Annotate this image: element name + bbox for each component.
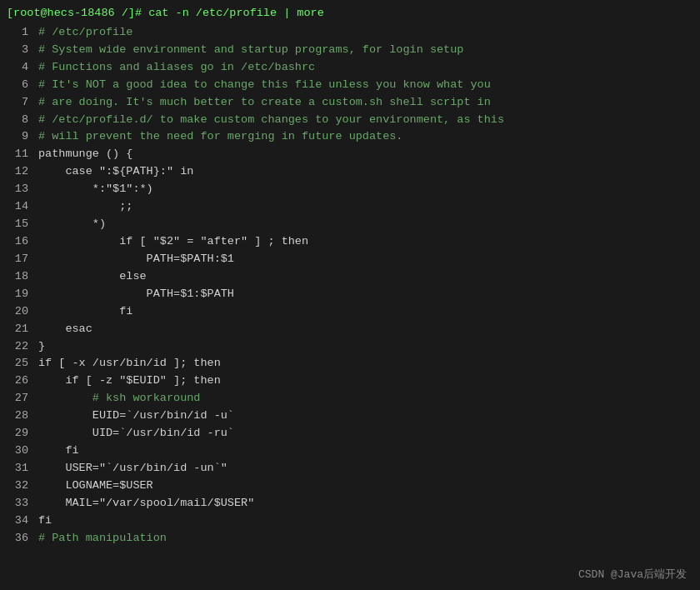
line-content: ;; [38,198,132,216]
line-number: 19 [7,286,38,303]
line-number: 28 [7,408,38,425]
line-content: } [38,338,45,356]
code-line: 31 USER="`/usr/bin/id -un`" [0,460,700,478]
line-number: 29 [7,425,38,442]
line-content: # /etc/profile [38,24,132,42]
line-content: esac [38,321,92,338]
line-content: *:"$1":*) [38,181,153,198]
line-content: case ":${PATH}:" in [38,163,193,181]
code-line: 19 PATH=$1:$PATH [0,286,700,303]
line-content: *) [38,216,106,233]
line-number: 20 [7,303,38,321]
code-line: 27 # ksh workaround [0,390,700,408]
line-content: # ksh workaround [38,390,200,408]
line-number: 34 [7,512,38,530]
line-number: 12 [7,163,38,181]
watermark: CSDN @Java后端开发 [578,567,687,582]
code-line: 34fi [0,512,700,530]
line-content: if [ -z "$EUID" ]; then [38,372,221,390]
code-line: 7# are doing. It's much better to create… [0,94,700,112]
line-number: 4 [7,59,38,77]
code-line: 9# will prevent the need for merging in … [0,128,700,146]
line-content: if [ "$2" = "after" ] ; then [38,233,308,251]
prompt: [root@hecs-18486 /]# cat -n /etc/profile… [7,7,324,19]
line-number: 30 [7,442,38,460]
line-number: 9 [7,128,38,146]
code-line: 32 LOGNAME=$USER [0,478,700,495]
line-number: 31 [7,460,38,478]
code-line: 17 PATH=$PATH:$1 [0,251,700,268]
terminal-window: [root@hecs-18486 /]# cat -n /etc/profile… [0,0,700,590]
line-content: # /etc/profile.d/ to make custom changes… [38,112,504,129]
line-content: EUID=`/usr/bin/id -u` [38,408,234,425]
line-content: fi [38,442,79,460]
line-number: 36 [7,530,38,548]
code-line: 29 UID=`/usr/bin/id -ru` [0,425,700,442]
line-content: # It's NOT a good idea to change this fi… [38,77,491,94]
line-content: # will prevent the need for merging in f… [38,128,402,146]
code-line: 16 if [ "$2" = "after" ] ; then [0,233,700,251]
line-content: PATH=$PATH:$1 [38,251,234,268]
code-output: 1# /etc/profile3# System wide environmen… [0,24,700,548]
command-line: [root@hecs-18486 /]# cat -n /etc/profile… [0,3,700,24]
line-content: USER="`/usr/bin/id -un`" [38,460,228,478]
line-number: 32 [7,478,38,495]
code-line: 26 if [ -z "$EUID" ]; then [0,372,700,390]
code-line: 30 fi [0,442,700,460]
line-number: 33 [7,495,38,512]
line-content: fi [38,303,132,321]
line-content: pathmunge () { [38,146,132,163]
line-number: 17 [7,251,38,268]
code-line: 36# Path manipulation [0,530,700,548]
code-line: 22} [0,338,700,356]
code-line: 21 esac [0,321,700,338]
code-line: 14 ;; [0,198,700,216]
line-number: 21 [7,321,38,338]
line-content: if [ -x /usr/bin/id ]; then [38,355,221,372]
line-number: 27 [7,390,38,408]
line-number: 6 [7,77,38,94]
line-content: LOGNAME=$USER [38,478,153,495]
line-content: # Functions and aliases go in /etc/bashr… [38,59,315,77]
code-line: 15 *) [0,216,700,233]
line-number: 16 [7,233,38,251]
line-content: fi [38,512,52,530]
code-line: 33 MAIL="/var/spool/mail/$USER" [0,495,700,512]
code-line: 3# System wide environment and startup p… [0,42,700,59]
line-content: # Path manipulation [38,530,167,548]
line-content: else [38,268,147,286]
code-line: 13 *:"$1":*) [0,181,700,198]
line-number: 15 [7,216,38,233]
line-content: PATH=$1:$PATH [38,286,234,303]
code-line: 25if [ -x /usr/bin/id ]; then [0,355,700,372]
line-number: 7 [7,94,38,112]
line-number: 26 [7,372,38,390]
line-number: 8 [7,112,38,129]
code-line: 18 else [0,268,700,286]
line-number: 25 [7,355,38,372]
line-number: 3 [7,42,38,59]
line-number: 1 [7,24,38,42]
line-number: 13 [7,181,38,198]
line-content: MAIL="/var/spool/mail/$USER" [38,495,254,512]
code-line: 1# /etc/profile [0,24,700,42]
code-line: 28 EUID=`/usr/bin/id -u` [0,408,700,425]
line-content: # are doing. It's much better to create … [38,94,491,112]
code-line: 6# It's NOT a good idea to change this f… [0,77,700,94]
code-line: 20 fi [0,303,700,321]
line-number: 11 [7,146,38,163]
line-number: 22 [7,338,38,356]
code-line: 4# Functions and aliases go in /etc/bash… [0,59,700,77]
code-line: 8# /etc/profile.d/ to make custom change… [0,112,700,129]
line-number: 18 [7,268,38,286]
code-line: 12 case ":${PATH}:" in [0,163,700,181]
line-number: 14 [7,198,38,216]
line-content: # System wide environment and startup pr… [38,42,463,59]
code-line: 11pathmunge () { [0,146,700,163]
line-content: UID=`/usr/bin/id -ru` [38,425,234,442]
